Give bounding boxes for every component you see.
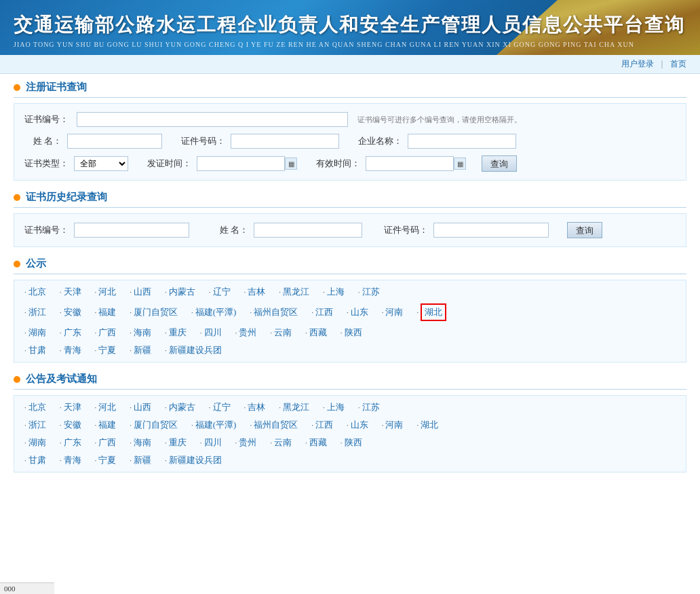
region-link[interactable]: 厦门自贸区 bbox=[134, 419, 178, 431]
issue-date-calendar-icon[interactable]: ▦ bbox=[285, 157, 297, 170]
region-link[interactable]: 甘肃 bbox=[28, 454, 46, 466]
region-link[interactable]: 内蒙古 bbox=[169, 401, 195, 413]
region-link[interactable]: 上海 bbox=[327, 401, 345, 413]
region-link[interactable]: 广西 bbox=[98, 327, 116, 339]
region-link[interactable]: 安徽 bbox=[64, 306, 81, 318]
region-link[interactable]: 西藏 bbox=[309, 437, 327, 449]
region-link[interactable]: 内蒙古 bbox=[169, 286, 195, 298]
region-link[interactable]: 贵州 bbox=[239, 327, 256, 339]
region-link[interactable]: 青海 bbox=[64, 454, 81, 466]
region-link[interactable]: 甘肃 bbox=[28, 344, 46, 356]
valid-date-calendar-icon[interactable]: ▦ bbox=[454, 157, 466, 170]
region-link[interactable]: 河北 bbox=[98, 286, 116, 298]
region-link[interactable]: 山东 bbox=[351, 306, 368, 318]
login-link[interactable]: 用户登录 bbox=[621, 59, 654, 69]
region-link[interactable]: 新疆建设兵团 bbox=[169, 344, 222, 356]
region-link[interactable]: 陕西 bbox=[345, 327, 362, 339]
region-link[interactable]: 宁夏 bbox=[98, 454, 116, 466]
region-link[interactable]: 辽宁 bbox=[213, 401, 231, 413]
region-link[interactable]: 福州自贸区 bbox=[254, 306, 298, 318]
region-link[interactable]: 湖南 bbox=[28, 437, 46, 449]
region-link[interactable]: 湖北 bbox=[421, 419, 438, 431]
region-link[interactable]: 浙江 bbox=[28, 306, 46, 318]
region-link[interactable]: 新疆建设兵团 bbox=[169, 454, 222, 466]
region-link[interactable]: 湖北 bbox=[425, 307, 442, 317]
list-item: ·新疆建设兵团 bbox=[165, 344, 222, 356]
region-link[interactable]: 山西 bbox=[134, 401, 151, 413]
list-item: ·云南 bbox=[270, 437, 292, 449]
region-link[interactable]: 上海 bbox=[327, 286, 345, 298]
id-input[interactable] bbox=[231, 134, 339, 149]
valid-date-wrap: ▦ bbox=[366, 156, 466, 171]
region-link[interactable]: 江西 bbox=[315, 419, 333, 431]
list-item: ·广东 bbox=[60, 437, 81, 449]
cert-query-section: 注册证书查询 证书编号： 证书编号可进行多个编号查询，请使用空格隔开。 姓 名：… bbox=[14, 81, 686, 181]
region-link[interactable]: 四川 bbox=[204, 437, 222, 449]
region-link[interactable]: 河南 bbox=[385, 306, 403, 318]
region-link[interactable]: 贵州 bbox=[239, 437, 256, 449]
region-link[interactable]: 云南 bbox=[274, 327, 292, 339]
region-link[interactable]: 广东 bbox=[64, 327, 81, 339]
region-link[interactable]: 江苏 bbox=[362, 401, 380, 413]
name-input[interactable] bbox=[67, 134, 162, 149]
region-link[interactable]: 广西 bbox=[98, 437, 116, 449]
list-item: ·厦门自贸区 bbox=[130, 303, 178, 321]
region-link[interactable]: 北京 bbox=[28, 401, 46, 413]
region-link[interactable]: 海南 bbox=[134, 437, 151, 449]
list-item-bullet: · bbox=[24, 421, 26, 429]
region-link[interactable]: 海南 bbox=[134, 327, 151, 339]
region-link[interactable]: 陕西 bbox=[345, 437, 362, 449]
cert-type-select[interactable]: 全部 安全生产管理人员 企业负责人 bbox=[74, 156, 128, 171]
region-link[interactable]: 吉林 bbox=[248, 286, 265, 298]
region-link[interactable]: 福建 bbox=[98, 419, 116, 431]
region-link[interactable]: 吉林 bbox=[248, 401, 265, 413]
region-link[interactable]: 湖南 bbox=[28, 327, 46, 339]
region-link[interactable]: 福州自贸区 bbox=[254, 419, 298, 431]
region-link[interactable]: 江西 bbox=[315, 306, 333, 318]
issue-date-input[interactable] bbox=[197, 156, 285, 171]
region-link[interactable]: 重庆 bbox=[169, 437, 187, 449]
region-link[interactable]: 北京 bbox=[28, 286, 46, 298]
region-link[interactable]: 安徽 bbox=[64, 419, 81, 431]
list-item-bullet: · bbox=[347, 421, 349, 429]
valid-date-input[interactable] bbox=[366, 156, 454, 171]
region-link[interactable]: 辽宁 bbox=[213, 286, 231, 298]
region-link[interactable]: 新疆 bbox=[134, 344, 151, 356]
list-item: ·甘肃 bbox=[24, 454, 46, 466]
region-link[interactable]: 山东 bbox=[351, 419, 368, 431]
hist-id-input[interactable] bbox=[433, 223, 549, 238]
region-link[interactable]: 黑龙江 bbox=[283, 401, 309, 413]
region-link[interactable]: 天津 bbox=[64, 401, 81, 413]
region-link[interactable]: 福建 bbox=[98, 306, 116, 318]
region-link[interactable]: 天津 bbox=[64, 286, 81, 298]
region-link[interactable]: 河南 bbox=[385, 419, 403, 431]
region-link[interactable]: 青海 bbox=[64, 344, 81, 356]
list-item: ·陕西 bbox=[341, 327, 362, 339]
region-link[interactable]: 厦门自贸区 bbox=[134, 306, 178, 318]
region-link[interactable]: 浙江 bbox=[28, 419, 46, 431]
hist-query-button[interactable]: 查询 bbox=[567, 222, 602, 238]
region-link[interactable]: 西藏 bbox=[309, 327, 327, 339]
region-link[interactable]: 河北 bbox=[98, 401, 116, 413]
region-link[interactable]: 重庆 bbox=[169, 327, 187, 339]
region-link[interactable]: 黑龙江 bbox=[283, 286, 309, 298]
region-link[interactable]: 四川 bbox=[204, 327, 222, 339]
cert-query-button[interactable]: 查询 bbox=[482, 155, 517, 172]
hist-name-input[interactable] bbox=[254, 223, 362, 238]
region-link[interactable]: 福建(平潭) bbox=[195, 419, 237, 431]
region-link[interactable]: 山西 bbox=[134, 286, 151, 298]
list-item: ·浙江 bbox=[24, 419, 46, 431]
cert-type-label: 证书类型： bbox=[24, 157, 69, 170]
region-link[interactable]: 宁夏 bbox=[98, 344, 116, 356]
cert-no-input[interactable] bbox=[77, 112, 348, 127]
home-link[interactable]: 首页 bbox=[670, 59, 686, 69]
company-input[interactable] bbox=[408, 134, 516, 149]
hist-cert-no-input[interactable] bbox=[74, 223, 189, 238]
region-link[interactable]: 云南 bbox=[274, 437, 292, 449]
list-item: ·内蒙古 bbox=[165, 286, 195, 298]
region-link[interactable]: 福建(平潭) bbox=[195, 306, 237, 318]
region-link[interactable]: 广东 bbox=[64, 437, 81, 449]
region-link[interactable]: 新疆 bbox=[134, 454, 151, 466]
list-item-bullet: · bbox=[209, 403, 211, 411]
region-link[interactable]: 江苏 bbox=[362, 286, 380, 298]
